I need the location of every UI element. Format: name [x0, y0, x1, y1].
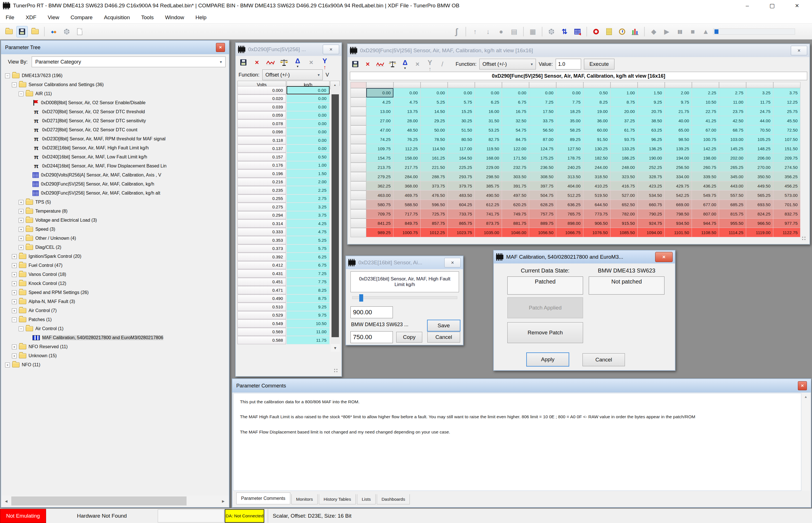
- grid-cell[interactable]: 1012.25: [420, 228, 448, 237]
- grid-cell[interactable]: 898.00: [556, 219, 583, 228]
- grid-cell[interactable]: 154.75: [366, 154, 393, 163]
- kgh-cell[interactable]: 0.00: [287, 95, 330, 103]
- tree-item[interactable]: π0xD271[8bit] Sensor, Air, O2 Sensor DTC…: [1, 116, 229, 125]
- grid-col-header[interactable]: [610, 82, 638, 88]
- kgh-cell[interactable]: 8.25: [287, 286, 330, 294]
- d23e-slider[interactable]: [352, 296, 457, 299]
- grid-cell[interactable]: 3.75: [773, 88, 800, 97]
- grid-cell[interactable]: 107.50: [773, 135, 800, 144]
- grid-row-header[interactable]: [350, 154, 366, 163]
- tree-item[interactable]: +Unknown (15): [1, 351, 229, 360]
- tree-item[interactable]: +Knock Control (12): [1, 279, 229, 288]
- volts-editor-caption[interactable]: 0xD290[Func|5V|256] ... ×: [236, 43, 341, 56]
- kgh-cell[interactable]: 5.75: [287, 245, 330, 253]
- grid-cell[interactable]: 114.50: [420, 144, 448, 154]
- kgh-cell[interactable]: 0.00: [287, 120, 330, 128]
- tree-item[interactable]: π0xD244[16bit] Sensor, Air, MAF, Flow Di…: [1, 162, 229, 170]
- grid-cell[interactable]: 1046.00: [502, 228, 529, 237]
- grid-cell[interactable]: 168.00: [475, 154, 502, 163]
- grid-cell[interactable]: 248.00: [610, 163, 638, 172]
- grid-cell[interactable]: 1076.50: [583, 228, 610, 237]
- kgh-cell[interactable]: 6.25: [287, 253, 330, 261]
- tab-monitors[interactable]: Monitors: [291, 494, 318, 504]
- grid-cell[interactable]: 1035.00: [475, 228, 502, 237]
- alt-view-caption[interactable]: 0xD290[Func|5V|256] Sensor, Air, MAF, Ca…: [348, 44, 810, 57]
- grid-row-header[interactable]: [350, 219, 366, 228]
- grid-cell[interactable]: 436.25: [692, 181, 719, 191]
- grid-row-header[interactable]: [350, 97, 366, 107]
- tree-item[interactable]: −AIR (11): [1, 89, 229, 98]
- grid-cell[interactable]: 78.50: [420, 135, 448, 144]
- grid-cell[interactable]: 13.00: [366, 107, 393, 116]
- collapse-minus-icon[interactable]: −: [5, 73, 10, 78]
- volts-cell[interactable]: 0.176: [237, 161, 286, 169]
- grid-cell[interactable]: 790.25: [638, 209, 665, 219]
- grid-cell[interactable]: 5.75: [448, 97, 475, 107]
- volts-cell[interactable]: 0.157: [237, 153, 286, 161]
- grid-cell[interactable]: 741.75: [475, 209, 502, 219]
- grid-cell[interactable]: 29.25: [420, 116, 448, 125]
- parameter-tree-close-icon[interactable]: ×: [216, 43, 225, 52]
- save-icon[interactable]: [239, 58, 248, 67]
- grid-cell[interactable]: 1.50: [638, 88, 665, 97]
- expand-plus-icon[interactable]: +: [19, 236, 23, 241]
- volts-cell[interactable]: 0.020: [237, 95, 286, 103]
- grid-cell[interactable]: 190.00: [638, 154, 665, 163]
- volts-cell[interactable]: 0.118: [237, 136, 286, 144]
- grid-cell[interactable]: 881.75: [502, 219, 529, 228]
- tab-parameter-comments[interactable]: Parameter Comments: [236, 492, 290, 504]
- grid-cell[interactable]: 944.75: [692, 219, 719, 228]
- grid-cell[interactable]: 161.25: [420, 154, 448, 163]
- grid-corner-header[interactable]: [350, 82, 366, 88]
- grid-cell[interactable]: 733.75: [448, 209, 475, 219]
- grid-cell[interactable]: 588.50: [393, 200, 420, 209]
- tab-dashboards[interactable]: Dashboards: [377, 494, 410, 504]
- kgh-cell[interactable]: 0.00: [287, 111, 330, 120]
- grid-row-header[interactable]: [350, 163, 366, 172]
- d23e-compare-input[interactable]: [350, 331, 393, 343]
- tree-item[interactable]: +Air Control (7): [1, 306, 229, 315]
- maximize-button[interactable]: ▢: [760, 0, 784, 11]
- volts-cell[interactable]: 0.412: [237, 261, 286, 269]
- grid-cell[interactable]: 1122.75: [773, 228, 800, 237]
- grid-row-header[interactable]: [350, 191, 366, 200]
- expand-plus-icon[interactable]: +: [19, 209, 23, 214]
- grid-cell[interactable]: 580.75: [366, 200, 393, 209]
- grid-cell[interactable]: 1.00: [610, 88, 638, 97]
- volts-cell[interactable]: 0.569: [237, 328, 286, 336]
- view-by-select[interactable]: Parameter Category ▾: [32, 56, 226, 67]
- grid-cell[interactable]: 236.50: [529, 163, 556, 172]
- grid-cell[interactable]: 22.75: [692, 107, 719, 116]
- alt-view-close-icon[interactable]: ×: [791, 46, 807, 55]
- grid-cell[interactable]: 7.25: [529, 97, 556, 107]
- graph-icon[interactable]: [266, 58, 275, 67]
- kgh-cell[interactable]: 8.75: [287, 294, 330, 303]
- menu-item-help[interactable]: Help: [190, 11, 212, 24]
- grid-cell[interactable]: 857.75: [420, 219, 448, 228]
- grid-cell[interactable]: 423.25: [638, 181, 665, 191]
- volts-cell[interactable]: 0.549: [237, 319, 286, 328]
- tree-item[interactable]: +Other / Unknown (4): [1, 234, 229, 243]
- tree-item[interactable]: +Speed and RPM Settings (26): [1, 288, 229, 297]
- scroll-thumb[interactable]: [11, 497, 187, 505]
- grid-cell[interactable]: 497.50: [502, 191, 529, 200]
- grid-col-header[interactable]: [420, 82, 448, 88]
- checksum-icon[interactable]: [61, 26, 72, 37]
- grid-cell[interactable]: 14.50: [420, 107, 448, 116]
- grid-cell[interactable]: 0.00: [420, 88, 448, 97]
- grid-cell[interactable]: 8.25: [583, 97, 610, 107]
- grid-cell[interactable]: 151.50: [773, 144, 800, 154]
- grid-cell[interactable]: 232.75: [502, 163, 529, 172]
- maf-caption[interactable]: MAF Calibration, 540/0280217800 and Euro…: [494, 251, 675, 264]
- grid-cell[interactable]: 0.00: [475, 88, 502, 97]
- grid-cell[interactable]: 256.50: [665, 163, 692, 172]
- grid-cell[interactable]: 0.00: [556, 88, 583, 97]
- grid-cell[interactable]: 36.00: [583, 116, 610, 125]
- grid-cell[interactable]: 628.25: [529, 200, 556, 209]
- play-icon[interactable]: ▶: [661, 26, 672, 37]
- compare-scales-icon[interactable]: [279, 58, 289, 67]
- volts-cell[interactable]: 0.000: [237, 86, 286, 94]
- comments-close-icon[interactable]: ×: [798, 381, 807, 390]
- grid-cell[interactable]: 782.00: [610, 209, 638, 219]
- grid-cell[interactable]: 38.50: [638, 116, 665, 125]
